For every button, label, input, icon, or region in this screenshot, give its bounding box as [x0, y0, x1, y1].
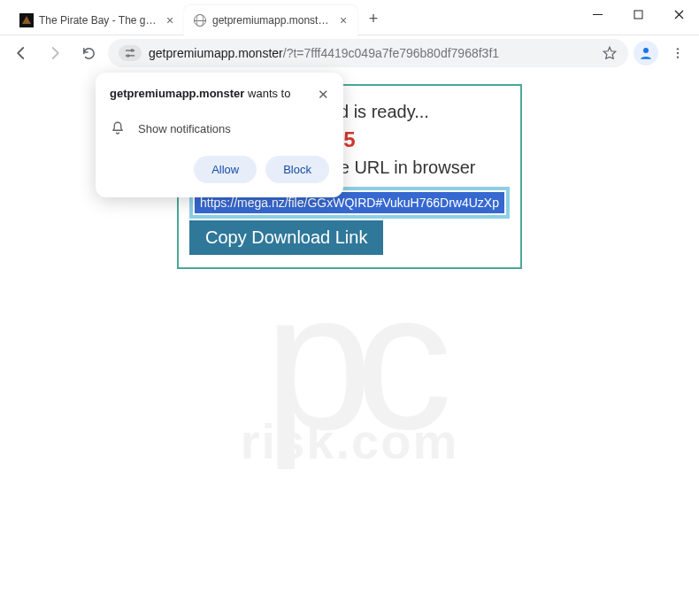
svg-rect-2	[634, 11, 642, 19]
new-tab-button[interactable]: +	[361, 6, 386, 31]
profile-button[interactable]	[634, 41, 658, 65]
svg-point-8	[677, 48, 679, 50]
tab-piratebay[interactable]: The Pirate Bay - The galaxy's m ×	[11, 5, 184, 35]
back-button[interactable]	[7, 39, 35, 67]
forward-button[interactable]	[41, 39, 69, 67]
site-info-button[interactable]	[119, 45, 142, 61]
globe-icon	[193, 13, 207, 27]
address-bar[interactable]: getpremiumapp.monster/?t=7fff4419c049a7f…	[108, 39, 628, 67]
allow-button[interactable]: Allow	[194, 156, 257, 183]
permission-item: Show notifications	[110, 120, 329, 136]
window-title-bar: The Pirate Bay - The galaxy's m × getpre…	[0, 0, 699, 35]
reload-button[interactable]	[74, 39, 103, 67]
dots-vertical-icon	[671, 46, 685, 60]
tab-title: getpremiumapp.monster/?t=7f	[212, 14, 333, 27]
tab-close-icon[interactable]: ×	[163, 13, 177, 27]
block-button[interactable]: Block	[265, 156, 329, 183]
bookmark-star-icon[interactable]	[602, 45, 618, 61]
svg-point-10	[677, 56, 679, 58]
pirate-ship-icon	[19, 13, 34, 27]
permission-title: getpremiumapp.monster wants to	[110, 87, 311, 100]
svg-point-6	[127, 55, 129, 57]
bell-icon	[110, 120, 126, 136]
kebab-menu-button[interactable]	[664, 39, 692, 67]
svg-point-9	[677, 52, 679, 54]
watermark-text: risk.com	[241, 412, 458, 469]
permission-label: Show notifications	[138, 122, 231, 135]
tab-getpremiumapp[interactable]: getpremiumapp.monster/?t=7f ×	[184, 5, 357, 35]
close-icon[interactable]: ✕	[318, 87, 329, 103]
address-host: getpremiumapp.monster/?t=7fff4419c049a7f…	[149, 46, 499, 60]
copy-link-button[interactable]: Copy Download Link	[189, 220, 383, 255]
tab-close-icon[interactable]: ×	[336, 13, 350, 27]
notification-permission-popup: getpremiumapp.monster wants to ✕ Show no…	[96, 73, 343, 197]
browser-toolbar: getpremiumapp.monster/?t=7fff4419c049a7f…	[0, 35, 699, 71]
window-controls	[577, 0, 699, 28]
svg-point-5	[131, 50, 133, 51]
person-icon	[638, 45, 654, 61]
maximize-button[interactable]	[618, 0, 658, 28]
tab-title: The Pirate Bay - The galaxy's m	[39, 14, 159, 27]
tune-icon	[124, 47, 136, 59]
svg-point-7	[643, 48, 649, 53]
minimize-button[interactable]	[577, 0, 618, 28]
close-button[interactable]	[658, 0, 699, 28]
watermark-logo: pc	[241, 282, 458, 438]
watermark: pc risk.com	[241, 282, 458, 469]
